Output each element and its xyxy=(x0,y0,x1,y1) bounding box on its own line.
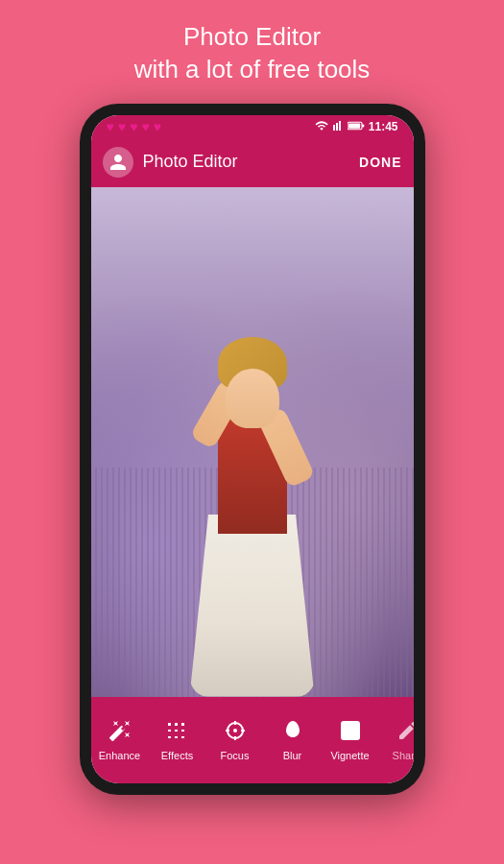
vignette-label: Vignette xyxy=(330,750,369,761)
hearts-row: ♥ ♥ ♥ ♥ ♥ xyxy=(107,119,162,134)
battery-icon xyxy=(348,120,365,134)
heart-3: ♥ xyxy=(130,119,137,134)
heart-1: ♥ xyxy=(107,119,114,134)
status-right: 11:45 xyxy=(315,119,398,135)
tool-blur[interactable]: Blur xyxy=(264,711,322,769)
focus-icon xyxy=(224,719,247,746)
sharpen-icon xyxy=(396,719,414,746)
blur-icon xyxy=(281,719,304,746)
photo-image xyxy=(91,187,414,697)
time-display: 11:45 xyxy=(369,120,398,133)
tool-vignette[interactable]: Vignette xyxy=(322,711,379,769)
phone-screen: ♥ ♥ ♥ ♥ ♥ xyxy=(91,115,414,783)
done-button[interactable]: DONE xyxy=(359,155,401,170)
tool-sharpen[interactable]: Shar... xyxy=(379,711,414,769)
heart-4: ♥ xyxy=(141,119,149,134)
enhance-label: Enhance xyxy=(99,750,140,761)
tool-focus[interactable]: Focus xyxy=(206,711,264,769)
enhance-icon xyxy=(108,719,132,746)
effects-label: Effects xyxy=(161,750,193,761)
svg-rect-2 xyxy=(362,124,364,127)
sharpen-label: Shar... xyxy=(393,750,414,761)
signal-icon xyxy=(332,119,344,135)
wifi-icon xyxy=(315,119,328,135)
svg-point-4 xyxy=(233,729,237,732)
tool-enhance[interactable]: Enhance xyxy=(91,711,149,769)
heart-5: ♥ xyxy=(154,119,161,134)
focus-label: Focus xyxy=(221,750,250,761)
promo-text: Photo Editor with a lot of free tools xyxy=(96,0,409,104)
photo-canvas[interactable] xyxy=(91,187,414,697)
vignette-icon xyxy=(339,719,362,746)
account-icon[interactable] xyxy=(103,147,133,178)
effects-icon xyxy=(166,719,189,746)
status-bar: ♥ ♥ ♥ ♥ ♥ xyxy=(91,115,414,137)
heart-2: ♥ xyxy=(118,119,126,134)
app-bar: Photo Editor DONE xyxy=(91,137,414,187)
svg-rect-1 xyxy=(348,123,360,128)
blur-label: Blur xyxy=(283,750,302,761)
app-title: Photo Editor xyxy=(143,152,360,172)
phone-device: ♥ ♥ ♥ ♥ ♥ xyxy=(80,104,425,795)
tool-effects[interactable]: Effects xyxy=(149,711,206,769)
svg-rect-9 xyxy=(342,722,359,739)
toolbar: Enhance Effects xyxy=(91,697,414,783)
